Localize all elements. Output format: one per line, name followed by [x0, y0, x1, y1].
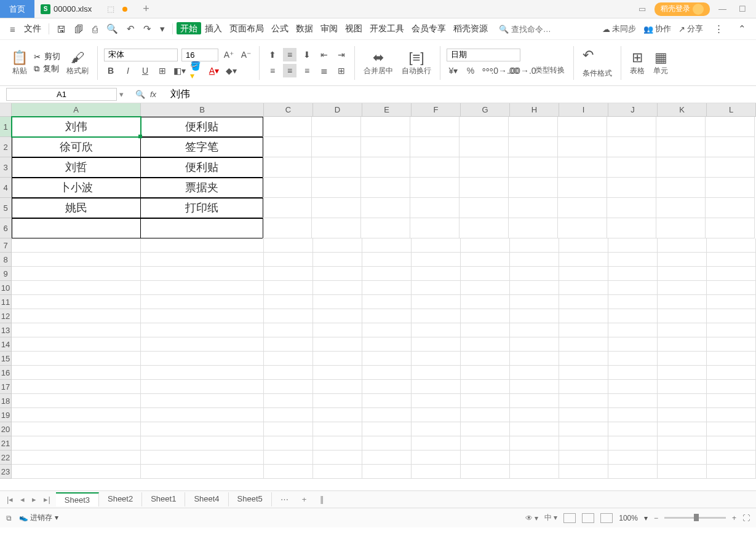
cell-I2[interactable]: [558, 137, 607, 157]
cell-B14[interactable]: [141, 337, 264, 352]
row-header-19[interactable]: 19: [0, 408, 12, 422]
menu-tab-页面布局[interactable]: 页面布局: [226, 21, 268, 36]
cell-G17[interactable]: [461, 380, 510, 394]
zoom-in-button[interactable]: +: [732, 514, 736, 522]
menu-tab-开发工具[interactable]: 开发工具: [366, 21, 408, 36]
cell-J18[interactable]: [608, 394, 658, 408]
cell-K18[interactable]: [658, 394, 707, 408]
menu-tab-会员专享[interactable]: 会员专享: [408, 21, 450, 36]
cell-K8[interactable]: [658, 253, 707, 267]
cell-F4[interactable]: [410, 178, 460, 198]
cell-H12[interactable]: [510, 309, 559, 323]
preview-icon[interactable]: 🔍: [103, 21, 122, 37]
window-square-icon[interactable]: ▭: [635, 4, 650, 14]
cell-K6[interactable]: [656, 218, 706, 238]
row-header-7[interactable]: 7: [0, 238, 12, 253]
cell-F23[interactable]: [412, 465, 461, 479]
fill-handle[interactable]: [138, 135, 142, 138]
cell-H9[interactable]: [510, 267, 559, 281]
wrap-text-button[interactable]: [≡]自动换行: [399, 49, 434, 77]
cell-D9[interactable]: [313, 267, 362, 281]
justify-icon[interactable]: ≣: [317, 64, 331, 77]
menu-tab-稻壳资源[interactable]: 稻壳资源: [450, 21, 491, 36]
cell-D2[interactable]: [312, 137, 361, 157]
hamburger-icon[interactable]: ≡: [6, 22, 19, 37]
sheet-tab-Sheet4[interactable]: Sheet4: [185, 492, 228, 506]
cell-A1[interactable]: 刘伟: [12, 117, 141, 137]
cell-K1[interactable]: [656, 117, 706, 137]
cut-button[interactable]: ✂剪切: [34, 51, 60, 62]
cell-C23[interactable]: [264, 465, 313, 479]
font-color-button[interactable]: A▾: [207, 64, 221, 77]
cell-K3[interactable]: [656, 157, 706, 178]
cell-L8[interactable]: [707, 253, 756, 267]
cell-K22[interactable]: [658, 451, 707, 465]
add-sheet-button[interactable]: +: [297, 495, 312, 504]
cell-E14[interactable]: [362, 337, 412, 352]
cell-I9[interactable]: [559, 267, 608, 281]
cell-E8[interactable]: [362, 253, 412, 267]
cell-D14[interactable]: [313, 337, 362, 352]
row-header-14[interactable]: 14: [0, 337, 12, 352]
cell-H19[interactable]: [510, 408, 559, 422]
sync-status[interactable]: ☁未同步: [602, 23, 636, 34]
row-header-15[interactable]: 15: [0, 352, 12, 366]
sheet-tab-Sheet5[interactable]: Sheet5: [229, 492, 272, 506]
cell-I22[interactable]: [559, 451, 608, 465]
cell-C1[interactable]: [263, 117, 312, 137]
cell-J3[interactable]: [607, 157, 656, 178]
document-tab[interactable]: S 00000.xlsx ⬚: [34, 0, 133, 18]
percent-icon[interactable]: %: [464, 64, 477, 77]
cell-K4[interactable]: [656, 178, 706, 198]
cell-H22[interactable]: [510, 451, 559, 465]
cell-K20[interactable]: [658, 422, 707, 436]
cell-C10[interactable]: [264, 281, 313, 295]
cell-H10[interactable]: [510, 281, 559, 295]
cells-area[interactable]: 刘伟便利贴徐可欣签字笔刘哲便利贴卜小波票据夹姚民打印纸: [12, 117, 756, 479]
cell-L14[interactable]: [707, 337, 756, 352]
cell-K12[interactable]: [658, 309, 707, 323]
fill-style-button[interactable]: ◧▾: [173, 64, 186, 77]
cell-C6[interactable]: [263, 218, 312, 238]
cell-L3[interactable]: [706, 157, 755, 178]
cell-F8[interactable]: [412, 253, 461, 267]
cell-D17[interactable]: [313, 380, 362, 394]
cell-C2[interactable]: [263, 137, 312, 157]
cell-D18[interactable]: [313, 394, 362, 408]
cell-E2[interactable]: [361, 137, 410, 157]
cell-L2[interactable]: [706, 137, 755, 157]
cell-G12[interactable]: [461, 309, 510, 323]
cell-I7[interactable]: [559, 238, 608, 253]
cell-K2[interactable]: [656, 137, 706, 157]
cell-B12[interactable]: [141, 309, 264, 323]
cell-J20[interactable]: [608, 422, 658, 436]
cell-J5[interactable]: [607, 198, 656, 218]
cell-L19[interactable]: [707, 408, 756, 422]
cell-J10[interactable]: [608, 281, 658, 295]
row-header-18[interactable]: 18: [0, 394, 12, 408]
currency-icon[interactable]: ¥▾: [447, 64, 460, 77]
cell-G14[interactable]: [461, 337, 510, 352]
cell-K16[interactable]: [658, 366, 707, 380]
cell-J11[interactable]: [608, 295, 658, 309]
cell-L5[interactable]: [706, 198, 755, 218]
cell-A9[interactable]: [12, 267, 141, 281]
menu-tab-审阅[interactable]: 审阅: [317, 21, 341, 36]
align-right-icon[interactable]: ≡: [300, 64, 314, 77]
cell-G2[interactable]: [460, 137, 509, 157]
cell-K9[interactable]: [658, 267, 707, 281]
row-header-22[interactable]: 22: [0, 451, 12, 465]
cell-A22[interactable]: [12, 451, 141, 465]
cell-F22[interactable]: [412, 451, 461, 465]
cell-F1[interactable]: [410, 117, 460, 137]
cell-J8[interactable]: [608, 253, 658, 267]
cancel-edit-icon[interactable]: 🔍: [135, 90, 145, 99]
cell-J9[interactable]: [608, 267, 658, 281]
cell-B8[interactable]: [141, 253, 264, 267]
cell-F18[interactable]: [412, 394, 461, 408]
cell-C13[interactable]: [264, 323, 313, 337]
cell-B20[interactable]: [141, 422, 264, 436]
cell-G5[interactable]: [460, 198, 509, 218]
cell-E13[interactable]: [362, 323, 412, 337]
cell-E22[interactable]: [362, 451, 412, 465]
